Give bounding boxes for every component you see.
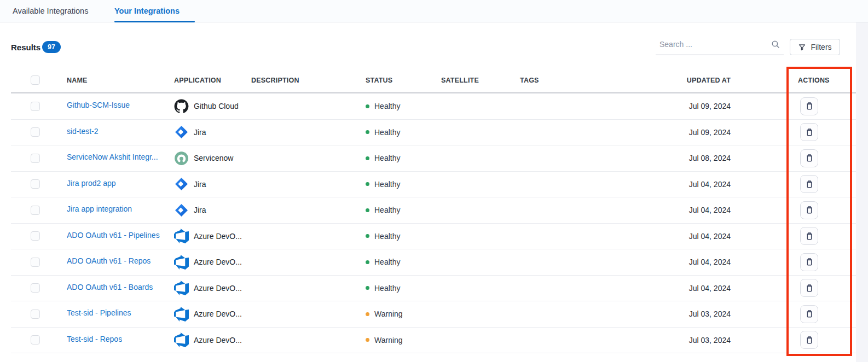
application-label: Jira (194, 128, 206, 137)
row-name-link[interactable]: Jira prod2 app (67, 179, 116, 188)
row-checkbox[interactable] (31, 310, 40, 319)
scrollbar-gutter (856, 22, 868, 362)
results-count-badge: 97 (42, 41, 61, 53)
table-row: Jira app integration Jira (11, 197, 857, 224)
updated-at: Jul 04, 2024 (689, 232, 731, 241)
application-label: Azure DevO... (194, 232, 242, 241)
updated-at: Jul 04, 2024 (689, 180, 731, 189)
status-label: Healthy (374, 258, 400, 266)
updated-at: Jul 09, 2024 (689, 128, 731, 137)
row-checkbox[interactable] (31, 258, 40, 267)
row-name-link[interactable]: ADO OAuth v61 - Repos (67, 256, 151, 265)
row-name-link[interactable]: ADO OAuth v61 - Boards (67, 283, 153, 291)
application-label: Azure DevO... (194, 284, 242, 293)
trash-icon (805, 257, 814, 267)
col-header-description: DESCRIPTION (244, 77, 358, 84)
status-dot (366, 260, 369, 264)
status-label: Healthy (374, 206, 400, 214)
table-header: NAME APPLICATION DESCRIPTION STATUS SATE… (11, 68, 857, 94)
tab-your-integrations[interactable]: Your Integrations (114, 0, 180, 22)
application-label: Servicenow (194, 154, 233, 162)
row-name-link[interactable]: Github-SCM-Issue (67, 101, 130, 109)
trash-icon (805, 283, 814, 293)
updated-at: Jul 04, 2024 (689, 206, 731, 214)
row-checkbox[interactable] (31, 283, 40, 293)
trash-icon (805, 335, 814, 345)
select-all-checkbox[interactable] (31, 75, 40, 85)
updated-at: Jul 04, 2024 (689, 284, 731, 293)
azure-devops-icon (174, 332, 189, 347)
table-row: ADO OAuth v61 - Pipelines Azure DevO... … (11, 224, 857, 250)
row-checkbox[interactable] (31, 231, 40, 241)
row-checkbox[interactable] (31, 154, 40, 163)
status-dot (366, 130, 369, 134)
status-dot (366, 182, 369, 186)
row-checkbox[interactable] (31, 206, 40, 215)
status-dot (366, 234, 369, 238)
servicenow-icon (174, 151, 189, 166)
row-name-link[interactable]: sid-test-2 (67, 127, 99, 136)
row-name-link[interactable]: ServiceNow Akshit Integr... (67, 153, 158, 161)
delete-button[interactable] (800, 331, 818, 349)
application-label: Azure DevO... (194, 310, 242, 318)
table-row: ADO OAuth v61 - Boards Azure DevO... Hea… (11, 276, 857, 302)
status-dot (366, 338, 369, 342)
status-dot (366, 104, 369, 108)
filter-funnel-icon (798, 43, 806, 51)
status-label: Healthy (374, 180, 400, 189)
github-icon (174, 99, 189, 114)
delete-button[interactable] (800, 305, 818, 323)
jira-icon (174, 177, 189, 191)
delete-button[interactable] (800, 175, 818, 193)
trash-icon (805, 309, 814, 319)
active-tab-underline (114, 21, 195, 22)
status-label: Warning (374, 310, 403, 318)
col-header-application: APPLICATION (162, 77, 244, 84)
delete-button[interactable] (800, 97, 818, 115)
table-row: Test-sid - Pipelines Azure DevO... Warni… (11, 301, 857, 328)
col-header-name: NAME (55, 77, 162, 84)
application-label: Jira (194, 180, 206, 189)
table-row: sid-test-2 Jira (11, 120, 857, 146)
delete-button[interactable] (800, 123, 818, 141)
row-name-link[interactable]: ADO OAuth v61 - Pipelines (67, 231, 160, 240)
table-row: ServiceNow Akshit Integr... Servicenow H… (11, 145, 857, 172)
jira-icon (174, 125, 189, 139)
row-name-link[interactable]: Jira app integration (67, 205, 132, 213)
table-row: Test-sid - Repos Azure DevO... Warning J… (11, 328, 857, 354)
delete-button[interactable] (800, 149, 818, 167)
tab-available-integrations[interactable]: Available Integrations (13, 0, 88, 22)
delete-button[interactable] (800, 279, 818, 297)
search-input[interactable] (656, 40, 771, 52)
trash-icon (805, 153, 814, 163)
azure-devops-icon (174, 229, 189, 243)
delete-button[interactable] (800, 253, 818, 271)
col-header-updated-at: UPDATED AT (629, 77, 736, 84)
trash-icon (805, 127, 814, 137)
table-row: Jira prod2 app Jira (11, 172, 857, 198)
row-checkbox[interactable] (31, 335, 40, 345)
row-checkbox[interactable] (31, 102, 40, 111)
col-header-status: STATUS (358, 77, 432, 84)
status-label: Healthy (374, 232, 400, 241)
status-label: Warning (374, 336, 403, 345)
trash-icon (805, 101, 814, 111)
row-checkbox[interactable] (31, 179, 40, 189)
row-name-link[interactable]: Test-sid - Repos (67, 335, 122, 343)
status-label: Healthy (374, 102, 400, 110)
col-header-actions: ACTIONS (736, 77, 857, 84)
azure-devops-icon (174, 255, 189, 270)
filters-button[interactable]: Filters (790, 39, 840, 55)
delete-button[interactable] (800, 227, 818, 245)
status-dot (366, 208, 369, 212)
status-dot (366, 286, 369, 290)
row-name-link[interactable]: Test-sid - Pipelines (67, 308, 131, 317)
results-label: Results (11, 43, 40, 52)
application-label: Jira (194, 206, 206, 214)
delete-button[interactable] (800, 201, 818, 219)
updated-at: Jul 03, 2024 (689, 310, 731, 318)
row-checkbox[interactable] (31, 127, 40, 137)
trash-icon (805, 231, 814, 241)
table-row: Github-SCM-Issue Github Cloud Healthy Ju… (11, 94, 857, 120)
jira-icon (174, 203, 189, 218)
